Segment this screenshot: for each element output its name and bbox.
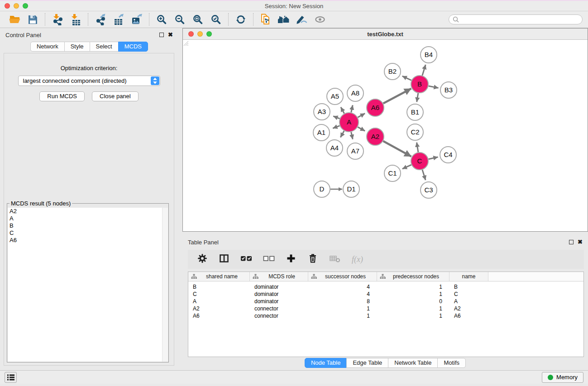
column-header-name[interactable]: name (449, 272, 488, 281)
tab-select[interactable]: Select (90, 42, 119, 52)
close-panel-button[interactable]: Close panel (92, 91, 139, 101)
graph-node-B1[interactable]: B1 (407, 104, 423, 120)
table-cell[interactable]: A6 (188, 312, 250, 319)
table-options-gear-icon[interactable] (197, 253, 208, 266)
graph-edge-B-B3[interactable] (429, 86, 439, 88)
result-item[interactable]: A2 (8, 208, 168, 215)
column-header-successor-nodes[interactable]: successor nodes (308, 272, 377, 281)
show-hide-graphics-details-icon[interactable] (293, 13, 311, 26)
graph-node-C4[interactable]: C4 (440, 147, 456, 163)
graph-node-D1[interactable]: D1 (343, 181, 359, 197)
tab-motifs[interactable]: Motifs (437, 358, 466, 368)
delete-table-icon[interactable] (329, 253, 341, 266)
table-cell[interactable]: 4 (308, 291, 377, 298)
graph-edge-A2-C[interactable] (383, 141, 411, 157)
table-cell[interactable]: 1 (377, 305, 449, 312)
graph-node-A5[interactable]: A5 (327, 88, 343, 105)
graph-node-B3[interactable]: B3 (440, 82, 457, 98)
refresh-icon[interactable] (232, 13, 250, 26)
close-table-panel-icon[interactable]: ✖ (578, 240, 583, 244)
table-cell[interactable]: B (188, 283, 250, 291)
graph-node-C[interactable]: C (411, 152, 428, 170)
zoom-out-icon[interactable] (171, 13, 189, 26)
network-zoom-button[interactable] (206, 31, 212, 37)
mcds-result-list[interactable]: A2ABCA6 (8, 208, 168, 362)
add-column-icon[interactable] (286, 253, 296, 266)
graph-node-A1[interactable]: A1 (313, 124, 330, 141)
column-header-MCDS-role[interactable]: MCDS role (250, 272, 308, 281)
zoom-window-button[interactable] (23, 3, 28, 9)
graph-node-B2[interactable]: B2 (384, 63, 401, 80)
graph-edge-A-A4[interactable] (340, 131, 344, 137)
tab-network-table[interactable]: Network Table (388, 358, 438, 368)
table-cell[interactable]: A6 (449, 312, 488, 319)
table-row[interactable]: A6connector11A6 (188, 312, 583, 319)
table-row[interactable]: A2connector11A2 (188, 305, 583, 312)
save-session-icon[interactable] (24, 13, 42, 26)
function-builder-icon[interactable]: f(x) (352, 255, 363, 264)
graph-node-C3[interactable]: C3 (421, 182, 437, 198)
graph-edge-A-A2[interactable] (358, 127, 365, 131)
table-cell[interactable]: B (449, 283, 488, 291)
result-scrollbar[interactable] (162, 208, 168, 362)
graph-node-B4[interactable]: B4 (421, 47, 437, 63)
graph-node-A6[interactable]: A6 (367, 99, 384, 116)
table-cell[interactable]: 1 (308, 312, 377, 319)
table-cell[interactable]: 0 (377, 298, 449, 305)
close-window-button[interactable] (5, 3, 10, 9)
task-history-button[interactable] (5, 372, 17, 383)
float-panel-icon[interactable] (159, 33, 164, 37)
graph-node-A7[interactable]: A7 (347, 143, 363, 159)
graph-node-A2[interactable]: A2 (367, 128, 384, 145)
tab-edge-table[interactable]: Edge Table (346, 358, 388, 368)
network-canvas[interactable]: B4B2BB3A5A8A6A3AB1A1A2C2A4A7C4CC1C3DD1 (183, 40, 588, 231)
table-cell[interactable]: 1 (308, 305, 377, 312)
table-row[interactable]: Cdominator41C (188, 291, 583, 298)
table-cell[interactable]: dominator (250, 291, 308, 298)
export-network-icon[interactable] (91, 13, 110, 26)
search-input[interactable] (461, 16, 578, 23)
import-network-icon[interactable] (48, 13, 67, 26)
table-cell[interactable]: 1 (377, 291, 449, 298)
graph-node-B[interactable]: B (411, 76, 428, 93)
export-image-icon[interactable] (128, 13, 146, 26)
table-cell[interactable]: A (449, 298, 488, 305)
graph-edge-B-B1[interactable] (417, 93, 418, 102)
table-cell[interactable]: A2 (188, 305, 250, 312)
graph-edge-A-A3[interactable] (333, 116, 339, 119)
graph-node-D[interactable]: D (314, 181, 330, 197)
table-cell[interactable]: dominator (250, 283, 308, 291)
graph-edge-A6-B[interactable] (383, 89, 411, 104)
show-column-icon[interactable] (219, 253, 229, 266)
tab-node-table[interactable]: Node Table (305, 358, 347, 368)
optimization-criterion-select[interactable]: largest connected component (directed) (18, 76, 160, 86)
toggle-bird-eye-view-icon[interactable] (311, 13, 329, 26)
export-table-icon[interactable] (110, 13, 128, 26)
import-table-icon[interactable] (67, 13, 85, 26)
tab-mcds[interactable]: MCDS (118, 42, 148, 52)
graph-edge-B-B2[interactable] (402, 76, 411, 80)
column-header-shared-name[interactable]: shared name (188, 272, 250, 281)
graph-node-C1[interactable]: C1 (384, 165, 401, 181)
graph-edge-C-C1[interactable] (402, 165, 411, 169)
resize-grip[interactable] (183, 40, 189, 46)
table-cell[interactable]: C (188, 291, 250, 298)
graph-edge-A-A7[interactable] (351, 132, 353, 139)
tab-network[interactable]: Network (30, 42, 65, 52)
table-cell[interactable]: 1 (377, 283, 449, 291)
result-item[interactable]: A6 (8, 237, 168, 244)
tab-style[interactable]: Style (64, 42, 90, 52)
table-row[interactable]: Bdominator41B (188, 283, 583, 291)
table-cell[interactable]: 4 (308, 283, 377, 291)
memory-button[interactable]: Memory (542, 372, 583, 383)
float-table-panel-icon[interactable] (569, 240, 574, 244)
graph-node-A3[interactable]: A3 (314, 104, 330, 120)
table-cell[interactable]: connector (250, 312, 308, 319)
graph-edge-A-A1[interactable] (333, 126, 339, 129)
graph-edge-C-C4[interactable] (429, 157, 438, 159)
unselect-all-checkboxes-icon[interactable] (263, 253, 275, 266)
column-header-predecessor-nodes[interactable]: predecessor nodes (377, 272, 449, 281)
table-cell[interactable]: connector (250, 305, 308, 312)
select-all-checkboxes-icon[interactable] (240, 253, 252, 266)
graph-edge-B-B4[interactable] (422, 65, 425, 76)
